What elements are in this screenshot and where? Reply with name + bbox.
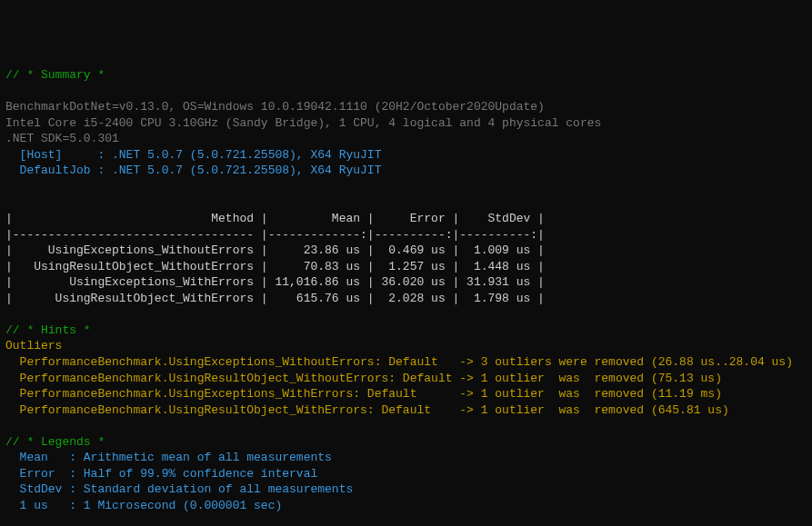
env-job-line: DefaultJob : .NET 5.0.7 (5.0.721.25508),… xyxy=(5,164,381,177)
hints-header: // * Hints * xyxy=(5,323,91,337)
env-info-line: BenchmarkDotNet=v0.13.0, OS=Windows 10.0… xyxy=(5,100,545,114)
legend-line: Mean : Arithmetic mean of all measuremen… xyxy=(5,451,332,464)
legend-line: Error : Half of 99.9% confidence interva… xyxy=(5,467,317,481)
legend-line: StdDev : Standard deviation of all measu… xyxy=(5,482,353,496)
table-header: | Method | Mean | Error | StdDev | xyxy=(5,212,545,225)
legend-line: 1 us : 1 Microsecond (0.000001 sec) xyxy=(5,499,282,512)
outlier-line: PerformanceBenchmark.UsingResultObject_W… xyxy=(5,403,729,417)
table-row: | UsingExceptions_WithErrors | 11,016.86… xyxy=(5,275,545,289)
env-host-line: [Host] : .NET 5.0.7 (5.0.721.25508), X64… xyxy=(5,148,381,162)
outlier-line: PerformanceBenchmark.UsingExceptions_Wit… xyxy=(5,355,793,369)
table-row: | UsingResultObject_WithoutErrors | 70.8… xyxy=(5,260,545,273)
outlier-line: PerformanceBenchmark.UsingExceptions_Wit… xyxy=(5,387,722,401)
env-info-line: Intel Core i5-2400 CPU 3.10GHz (Sandy Br… xyxy=(5,116,601,130)
table-divider: |---------------------------------- |---… xyxy=(5,228,545,242)
outliers-label: Outliers xyxy=(5,339,62,352)
table-row: | UsingResultObject_WithErrors | 615.76 … xyxy=(5,292,545,305)
table-row: | UsingExceptions_WithoutErrors | 23.86 … xyxy=(5,243,545,257)
env-info-line: .NET SDK=5.0.301 xyxy=(5,132,119,145)
summary-header: // * Summary * xyxy=(5,68,105,82)
legends-header: // * Legends * xyxy=(5,435,105,449)
outlier-line: PerformanceBenchmark.UsingResultObject_W… xyxy=(5,372,722,385)
